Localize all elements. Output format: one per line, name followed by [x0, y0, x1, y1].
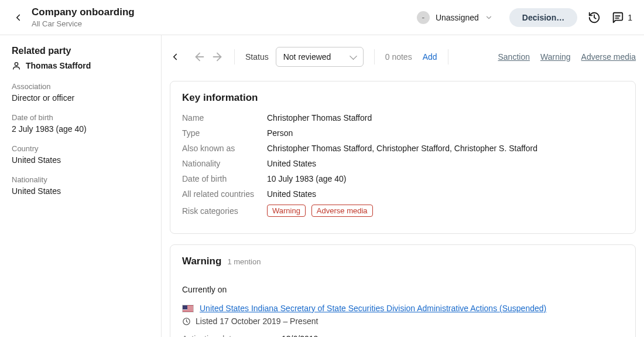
field-value: United States [12, 186, 149, 196]
currently-on-label: Currently on [182, 285, 624, 294]
assignee-label: Unassigned [436, 13, 479, 22]
kv-row-risk: Risk categories Warning Adverse media [182, 205, 624, 217]
field-label: Association [12, 82, 149, 91]
warning-card: Warning 1 mention Currently on United St… [170, 244, 636, 337]
kv-key: Activation date [182, 334, 282, 337]
card-heading: Key information [182, 92, 624, 104]
kv-key: Also known as [182, 144, 267, 153]
svg-point-2 [15, 63, 18, 66]
kv-row: NationalityUnited States [182, 159, 624, 168]
status-label: Status [245, 52, 269, 62]
kv-key: Nationality [182, 159, 267, 168]
status-value: Not reviewed [283, 52, 331, 62]
avatar: - [417, 11, 430, 24]
page-title: Company onboarding [32, 6, 413, 18]
kv-key: Date of birth [182, 174, 267, 183]
kv-key: Name [182, 113, 267, 122]
status-select[interactable]: Not reviewed [276, 47, 364, 67]
source-link[interactable]: United States Indiana Secretary of State… [200, 304, 546, 313]
field-nationality: Nationality United States [12, 175, 149, 196]
kv-key: Type [182, 128, 267, 138]
breadcrumb: Company onboarding All Car Service [32, 6, 413, 28]
prev-button[interactable] [193, 50, 206, 63]
comment-count: 1 [628, 13, 632, 22]
decision-button[interactable]: Decision… [509, 8, 577, 27]
kv-value: 12/6/2010 [282, 334, 624, 337]
add-note-button[interactable]: Add [423, 52, 437, 62]
kv-row: Also known asChristopher Thomas Stafford… [182, 144, 624, 153]
kv-row: NameChristopher Thomas Stafford [182, 113, 624, 122]
clock-icon [182, 317, 191, 326]
kv-key: Risk categories [182, 206, 267, 216]
kv-row: Activation date12/6/2010 [182, 334, 624, 337]
field-value: 2 July 1983 (age 40) [12, 124, 149, 134]
field-label: Nationality [12, 175, 149, 184]
anchor-sanction[interactable]: Sanction [498, 52, 530, 62]
us-flag-icon [182, 305, 194, 312]
mention-count: 1 mention [227, 257, 261, 266]
nav-back-button[interactable] [170, 52, 180, 62]
chevron-down-icon [485, 13, 493, 22]
field-dob: Date of birth 2 July 1983 (age 40) [12, 113, 149, 134]
key-information-card: Key information NameChristopher Thomas S… [170, 81, 636, 234]
assignee-selector[interactable]: - Unassigned [413, 8, 499, 27]
back-button[interactable] [13, 12, 23, 23]
kv-key: All related countries [182, 189, 267, 199]
anchor-warning[interactable]: Warning [540, 52, 571, 62]
related-party-person: Thomas Stafford [12, 61, 149, 70]
card-heading: Warning [182, 256, 221, 267]
field-label: Country [12, 144, 149, 153]
risk-badge-adverse-media: Adverse media [311, 205, 373, 217]
kv-value: 10 July 1983 (age 40) [267, 174, 624, 183]
field-label: Date of birth [12, 113, 149, 122]
field-value: United States [12, 155, 149, 165]
kv-value: United States [267, 189, 624, 199]
sidebar-heading: Related party [12, 46, 149, 56]
kv-row: TypePerson [182, 128, 624, 138]
divider [448, 49, 448, 64]
kv-row: Date of birth10 July 1983 (age 40) [182, 174, 624, 183]
field-value: Director or officer [12, 93, 149, 103]
person-name: Thomas Stafford [26, 61, 91, 70]
kv-value: Christopher Thomas Stafford, Christopher… [267, 144, 624, 153]
risk-badge-warning: Warning [267, 205, 306, 217]
anchor-adverse-media[interactable]: Adverse media [581, 52, 636, 62]
history-icon[interactable] [588, 11, 601, 24]
comments-button[interactable]: 1 [611, 11, 632, 24]
listed-text: Listed 17 October 2019 – Present [196, 316, 318, 326]
field-association: Association Director or officer [12, 82, 149, 103]
field-country: Country United States [12, 144, 149, 165]
next-button[interactable] [211, 50, 224, 63]
kv-value: Person [267, 128, 624, 138]
kv-row: All related countriesUnited States [182, 189, 624, 199]
kv-value: Christopher Thomas Stafford [267, 113, 624, 122]
notes-count: 0 notes [385, 52, 412, 62]
person-icon [12, 61, 21, 70]
kv-value: United States [267, 159, 624, 168]
comment-icon [611, 11, 624, 24]
page-subtitle: All Car Service [32, 19, 413, 28]
